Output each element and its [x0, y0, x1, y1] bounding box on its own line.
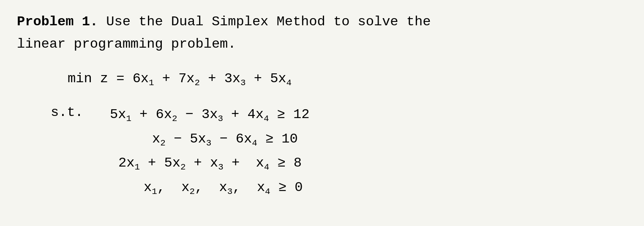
- problem-subtitle: linear programming problem.: [17, 35, 627, 54]
- constraint-4-nonnegativity: x1, x2, x3, x4 ≥ 0: [110, 178, 309, 199]
- problem-title-text: Use the Dual Simplex Method to solve the: [106, 14, 431, 30]
- page-content: Problem 1. Use the Dual Simplex Method t…: [17, 13, 627, 198]
- problem-number: Problem 1.: [17, 14, 98, 30]
- objective-function: min z = 6x1 + 7x2 + 3x3 + 5x4: [68, 71, 627, 88]
- constraint-3: 2x1 + 5x2 + x3 + x4 ≥ 8: [110, 153, 309, 174]
- constraint-2: x2 − 5x3 − 6x4 ≥ 10: [110, 129, 309, 150]
- subject-to-label: s.t.: [51, 105, 85, 120]
- constraint-1: 5x1 + 6x2 − 3x3 + 4x4 ≥ 12: [110, 105, 309, 126]
- problem-title: Problem 1. Use the Dual Simplex Method t…: [17, 13, 627, 32]
- constraints-list: 5x1 + 6x2 − 3x3 + 4x4 ≥ 12 x2 − 5x3 − 6x…: [110, 105, 309, 198]
- constraints-block: s.t. 5x1 + 6x2 − 3x3 + 4x4 ≥ 12 x2 − 5x3…: [51, 105, 627, 198]
